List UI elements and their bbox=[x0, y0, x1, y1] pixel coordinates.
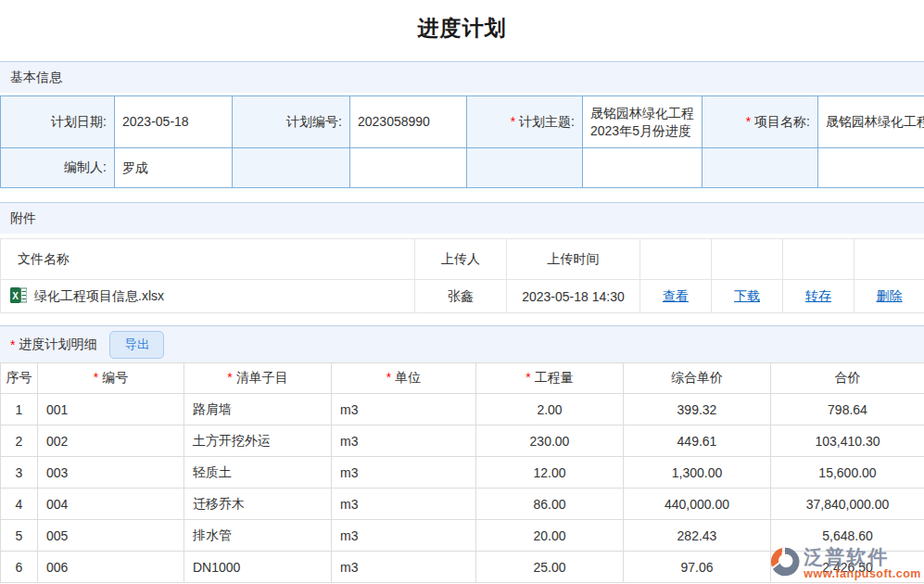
table-row: 1 001 路肩墙 m3 2.00 399.32 798.64 bbox=[1, 394, 924, 425]
file-name-header: 文件名称 bbox=[1, 239, 415, 280]
download-link[interactable]: 下载 bbox=[734, 288, 760, 303]
col-header-unit: *单位 bbox=[332, 363, 476, 394]
quantity-cell: 86.00 bbox=[476, 489, 624, 520]
basic-info-section-title: 基本信息 bbox=[10, 70, 62, 86]
item-cell: 迁移乔木 bbox=[184, 489, 332, 520]
table-row: 3 003 轻质土 m3 12.00 1,300.00 15,600.00 bbox=[1, 457, 924, 489]
attachments-header-row: 文件名称 上传人 上传时间 bbox=[1, 239, 924, 280]
table-row: 5 005 排水管 m3 20.00 282.43 5,648.60 bbox=[1, 520, 924, 552]
transfer-link[interactable]: 转存 bbox=[805, 288, 831, 303]
total-price-cell: 2,426.50 bbox=[771, 552, 924, 583]
total-price-cell: 103,410.30 bbox=[771, 425, 924, 457]
compiler-label: 编制人: bbox=[1, 148, 115, 188]
total-price-cell: 37,840,000.00 bbox=[771, 489, 924, 520]
required-asterisk: * bbox=[386, 370, 391, 385]
quantity-cell: 2.00 bbox=[476, 394, 624, 425]
col-header-item: *清单子目 bbox=[184, 363, 332, 394]
plan-number-value: 2023058990 bbox=[350, 96, 467, 148]
attachment-file-name[interactable]: 绿化工程项目信息.xlsx bbox=[34, 288, 164, 305]
empty-label-cell bbox=[702, 148, 818, 188]
detail-table: 序号 *编号 *清单子目 *单位 *工程量 综合单价 合价 1 001 路肩墙 … bbox=[0, 362, 924, 583]
empty-label-cell bbox=[467, 148, 583, 188]
quantity-cell: 25.00 bbox=[476, 552, 624, 583]
detail-section-title: 进度计划明细 bbox=[19, 336, 96, 353]
quantity-cell: 20.00 bbox=[476, 520, 624, 552]
number-cell: 005 bbox=[38, 520, 184, 552]
number-cell: 002 bbox=[38, 425, 184, 457]
empty-value-cell bbox=[818, 148, 924, 188]
attachment-file-cell: X 绿化工程项目信息.xlsx bbox=[1, 280, 415, 313]
seq-cell: 4 bbox=[1, 489, 38, 520]
seq-cell: 5 bbox=[1, 520, 38, 552]
col-header-seq: 序号 bbox=[1, 363, 38, 394]
attachment-upload-time: 2023-05-18 14:30 bbox=[507, 280, 640, 313]
item-cell: 土方开挖外运 bbox=[184, 425, 332, 457]
unit-price-cell: 282.43 bbox=[624, 520, 771, 552]
table-row: 2 002 土方开挖外运 m3 230.00 449.61 103,410.30 bbox=[1, 425, 924, 457]
excel-icon: X bbox=[10, 287, 27, 306]
unit-price-cell: 399.32 bbox=[624, 394, 771, 425]
required-asterisk: * bbox=[525, 370, 530, 385]
delete-link[interactable]: 删除 bbox=[877, 288, 903, 303]
unit-cell: m3 bbox=[332, 425, 476, 457]
table-row: 4 004 迁移乔木 m3 86.00 440,000.00 37,840,00… bbox=[1, 489, 924, 520]
svg-text:X: X bbox=[12, 290, 19, 300]
plan-subject-label: *计划主题: bbox=[467, 96, 583, 148]
seq-cell: 1 bbox=[1, 394, 38, 425]
attachment-row: X 绿化工程项目信息.xlsx 张鑫 2023-05-18 14:30 查看 下… bbox=[1, 280, 924, 313]
uploader-header: 上传人 bbox=[415, 239, 507, 280]
unit-cell: m3 bbox=[332, 552, 476, 583]
view-link[interactable]: 查看 bbox=[663, 288, 689, 303]
unit-cell: m3 bbox=[332, 520, 476, 552]
number-cell: 006 bbox=[38, 552, 184, 583]
number-cell: 004 bbox=[38, 489, 184, 520]
total-price-cell: 15,600.00 bbox=[771, 457, 924, 489]
quantity-cell: 230.00 bbox=[476, 425, 624, 457]
seq-cell: 3 bbox=[1, 457, 38, 489]
item-cell: DN1000 bbox=[184, 552, 332, 583]
attachments-section-header: 附件 bbox=[0, 202, 924, 234]
table-row: 6 006 DN1000 m3 25.00 97.06 2,426.50 bbox=[1, 552, 924, 583]
attachments-section-title: 附件 bbox=[10, 210, 36, 227]
unit-cell: m3 bbox=[332, 457, 476, 489]
detail-section-header: * 进度计划明细 导出 bbox=[0, 325, 924, 362]
detail-header-row: 序号 *编号 *清单子目 *单位 *工程量 综合单价 合价 bbox=[1, 363, 924, 394]
empty-value-cell bbox=[350, 148, 467, 188]
empty-value-cell bbox=[583, 148, 702, 188]
total-price-cell: 798.64 bbox=[771, 394, 924, 425]
col-header-number: *编号 bbox=[38, 363, 184, 394]
page-title: 进度计划 bbox=[0, 0, 924, 61]
compiler-value: 罗成 bbox=[115, 148, 233, 188]
quantity-cell: 12.00 bbox=[476, 457, 624, 489]
plan-date-value: 2023-05-18 bbox=[115, 96, 233, 148]
basic-info-table: 计划日期: 2023-05-18 计划编号: 2023058990 *计划主题:… bbox=[0, 95, 924, 188]
plan-date-label: 计划日期: bbox=[1, 96, 115, 148]
unit-price-cell: 449.61 bbox=[624, 425, 771, 457]
export-button[interactable]: 导出 bbox=[109, 331, 164, 359]
plan-subject-value: 晟铭园林绿化工程2023年5月份进度 bbox=[583, 96, 702, 148]
required-asterisk: * bbox=[511, 114, 515, 129]
number-cell: 001 bbox=[38, 394, 184, 425]
number-cell: 003 bbox=[38, 457, 184, 489]
upload-time-header: 上传时间 bbox=[507, 239, 640, 280]
col-header-total-price: 合价 bbox=[771, 363, 924, 394]
action-header-empty bbox=[640, 239, 712, 280]
unit-price-cell: 97.06 bbox=[624, 552, 771, 583]
action-header-empty bbox=[783, 239, 854, 280]
unit-cell: m3 bbox=[332, 489, 476, 520]
project-name-value: 晟铭园林绿化工程 bbox=[818, 96, 924, 148]
attachments-table: 文件名称 上传人 上传时间 X bbox=[0, 238, 924, 313]
project-name-label: *项目名称: bbox=[702, 96, 818, 148]
item-cell: 排水管 bbox=[184, 520, 332, 552]
plan-number-label: 计划编号: bbox=[233, 96, 350, 148]
required-asterisk: * bbox=[94, 370, 98, 385]
item-cell: 轻质土 bbox=[184, 457, 332, 489]
unit-cell: m3 bbox=[332, 394, 476, 425]
empty-label-cell bbox=[233, 148, 350, 188]
required-asterisk: * bbox=[10, 337, 15, 352]
col-header-unit-price: 综合单价 bbox=[624, 363, 771, 394]
seq-cell: 6 bbox=[1, 552, 38, 583]
item-cell: 路肩墙 bbox=[184, 394, 332, 425]
action-header-empty bbox=[712, 239, 783, 280]
unit-price-cell: 1,300.00 bbox=[624, 457, 771, 489]
